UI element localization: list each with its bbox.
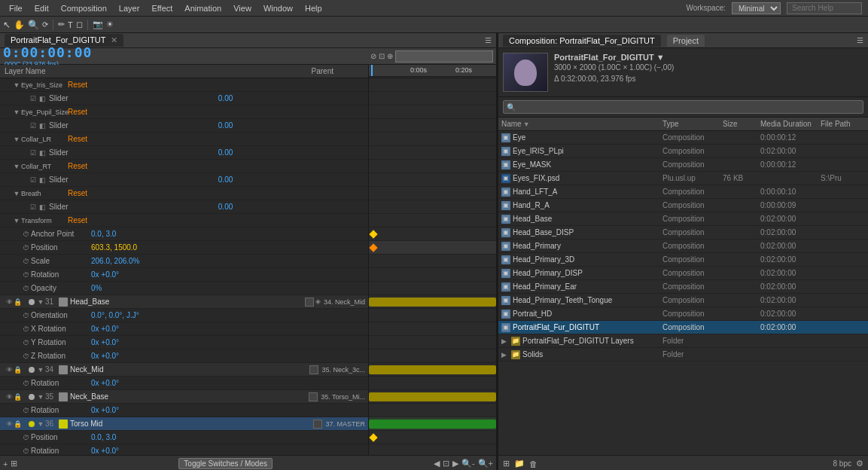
head-base-layer-row[interactable]: 👁 🔒 ▼ 31 Head_Base ◈ 34. Neck_Mid	[0, 295, 368, 309]
right-panel-menu[interactable]: ☰	[857, 36, 863, 44]
collar-lr-value[interactable]: 0.00	[218, 148, 368, 157]
stopwatch-tm-pos[interactable]: ⏱	[23, 434, 29, 441]
menu-help[interactable]: Help	[302, 4, 325, 13]
keyframe-anchor[interactable]	[369, 230, 377, 238]
menu-effect[interactable]: Effect	[148, 4, 175, 13]
col-header-duration[interactable]: Media Duration	[757, 118, 818, 130]
expand-torso-mid[interactable]: ▼	[36, 420, 45, 429]
expand-neck-base[interactable]: ▼	[36, 392, 45, 401]
project-row-head-primary-3d[interactable]: ▣ Head_Primary_3D Composition 0:02:00:00	[498, 253, 868, 267]
stopwatch-anchor[interactable]: ⏱	[23, 230, 29, 238]
y-rotation-row[interactable]: ⏱ Y Rotation 0x +0.0°	[0, 336, 368, 349]
nm-rotation-value[interactable]: 0x +0.0°	[91, 379, 368, 387]
rotation-value[interactable]: 0x +0.0°	[91, 270, 368, 279]
stopwatch-yrot[interactable]: ⏱	[23, 339, 29, 346]
menu-edit[interactable]: Edit	[32, 4, 52, 13]
project-row-layers-folder[interactable]: ▶ 📁 PortraitFlat_For_DIGITUT Layers Fold…	[498, 334, 868, 348]
scale-value[interactable]: 206.0, 206.0%	[91, 257, 368, 265]
layer-row[interactable]: ▼ Eye_Pupil_Size Reset	[0, 105, 368, 119]
solo-31[interactable]	[305, 298, 314, 307]
z-rotation-value[interactable]: 0x +0.0°	[91, 352, 368, 360]
slider-row[interactable]: ☑ ◧ Slider 0.00	[0, 92, 368, 105]
scroll-right-icon[interactable]: ▶	[452, 459, 458, 468]
transport-icon-1[interactable]: ⊘	[370, 52, 376, 60]
reset-button[interactable]: Reset	[68, 162, 87, 170]
expand-neck-mid[interactable]: ▼	[36, 365, 45, 374]
project-row-portrait-hd[interactable]: ▣ Portrait_HD Composition 0:02:00:00	[498, 307, 868, 321]
col-header-name[interactable]: Name ▼	[498, 118, 649, 130]
toolbar-icon-text[interactable]: T	[68, 20, 73, 29]
menu-view[interactable]: View	[230, 4, 254, 13]
menu-animation[interactable]: Animation	[181, 4, 224, 13]
stopwatch-scale[interactable]: ⏱	[23, 258, 29, 265]
menu-layer[interactable]: Layer	[116, 4, 143, 13]
position-value[interactable]: 603.3, 1500.0	[91, 243, 368, 252]
transport-icon-2[interactable]: ⊡	[379, 52, 385, 60]
project-row-hand-lft[interactable]: ▣ Hand_LFT_A Composition 0:00:00:10	[498, 185, 868, 199]
motion-blur-31[interactable]: ◈	[315, 298, 321, 307]
collar-rt-value[interactable]: 0.00	[218, 175, 368, 184]
stopwatch-xrot[interactable]: ⏱	[23, 325, 29, 333]
menu-composition[interactable]: Composition	[58, 4, 110, 13]
anchor-point-value[interactable]: 0.0, 3.0	[91, 230, 368, 238]
solo-34[interactable]	[309, 365, 318, 374]
col-header-size[interactable]: Size	[720, 118, 757, 130]
expand-icon[interactable]: ▼	[12, 135, 21, 144]
tm-rotation-value[interactable]: 0x +0.0°	[91, 447, 368, 455]
stopwatch-nb-rot[interactable]: ⏱	[23, 407, 29, 414]
project-tab[interactable]: Project	[667, 35, 705, 47]
stopwatch-zrot[interactable]: ⏱	[23, 352, 29, 360]
layer-row[interactable]: ▼ Eye_Iris_Size Reset	[0, 78, 368, 92]
eye-icon-35[interactable]: 👁	[6, 393, 14, 401]
rotation-row[interactable]: ⏱ Rotation 0x +0.0°	[0, 268, 368, 282]
lock-icon-34[interactable]: 🔒	[14, 366, 21, 374]
neck-base-layer-row[interactable]: 👁 🔒 ▼ 35 Neck_Base 35. Torso_Mi...	[0, 390, 368, 404]
project-row-head-primary-disp[interactable]: ▣ Head_Primary_DISP Composition 0:02:00:…	[498, 267, 868, 280]
lock-icon-35[interactable]: 🔒	[14, 393, 21, 401]
col-header-filepath[interactable]: File Path	[818, 118, 868, 130]
orientation-row[interactable]: ⏱ Orientation 0.0°, 0.0°, J.J°	[0, 309, 368, 322]
expand-icon[interactable]: ▼	[12, 81, 21, 90]
toggle-switches-btn[interactable]: Toggle Switches / Modes	[178, 458, 273, 469]
stopwatch-orient[interactable]: ⏱	[23, 312, 29, 319]
keyframe-position[interactable]	[369, 243, 377, 252]
reset-button[interactable]: Reset	[68, 216, 87, 224]
orientation-value[interactable]: 0.0°, 0.0°, J.J°	[91, 311, 368, 319]
fit-icon[interactable]: ⊡	[443, 459, 449, 468]
timeline-search-input[interactable]	[395, 50, 493, 63]
x-rotation-value[interactable]: 0x +0.0°	[91, 325, 368, 333]
toolbar-icon-hand[interactable]: ✋	[14, 20, 25, 30]
toolbar-icon-rotate[interactable]: ⟳	[42, 20, 48, 29]
reset-button[interactable]: Reset	[68, 81, 87, 89]
eye-icon-34[interactable]: 👁	[6, 366, 14, 374]
col-header-type[interactable]: Type	[659, 118, 720, 130]
expand-icon[interactable]: ▼	[12, 162, 21, 171]
collar-lr-slider[interactable]: ☑ ◧ Slider 0.00	[0, 146, 368, 160]
menu-window[interactable]: Window	[260, 4, 296, 13]
y-rotation-value[interactable]: 0x +0.0°	[91, 338, 368, 346]
eye-icon-36[interactable]: 👁	[6, 420, 14, 428]
toolbar-icon-select[interactable]: ↖	[3, 20, 11, 30]
menu-file[interactable]: File	[6, 4, 26, 13]
solo-36[interactable]	[313, 420, 322, 429]
x-rotation-row[interactable]: ⏱ X Rotation 0x +0.0°	[0, 322, 368, 336]
expand-head-base[interactable]: ▼	[36, 298, 45, 307]
zoom-in-icon[interactable]: 🔍+	[478, 459, 493, 468]
torso-mid-layer-row[interactable]: 👁 🔒 ▼ 36 Torso Mid 37. MASTER	[0, 417, 368, 431]
timeline-tab-close[interactable]: ✕	[111, 35, 117, 44]
new-folder-icon[interactable]: 📁	[514, 459, 525, 468]
timecode-value[interactable]: 0:00:00:00	[3, 44, 92, 60]
collar-rt-slider[interactable]: ☑ ◧ Slider 0.00	[0, 173, 368, 187]
torso-mid-position[interactable]: ⏱ Position 0.0, 3.0	[0, 431, 368, 444]
toolbar-icon-light[interactable]: ☀	[106, 20, 114, 29]
toolbar-icon-shapes[interactable]: ◻	[76, 20, 83, 29]
reset-button[interactable]: Reset	[68, 189, 87, 197]
stopwatch-position[interactable]: ⏱	[23, 244, 29, 252]
stopwatch-opacity[interactable]: ⏱	[23, 285, 29, 292]
project-row-head-base[interactable]: ▣ Head_Base Composition 0:02:00:00	[498, 212, 868, 226]
slider-value-2[interactable]: 0.00	[218, 121, 368, 130]
neck-mid-rotation[interactable]: ⏱ Rotation 0x +0.0°	[0, 377, 368, 390]
expand-icon[interactable]: ▼	[12, 216, 21, 225]
project-row-eyes-psd[interactable]: ▣ Eyes_FIX.psd Plu.usl.up 76 KB S:\Pru	[498, 172, 868, 185]
expand-icon[interactable]: ▼	[12, 108, 21, 117]
